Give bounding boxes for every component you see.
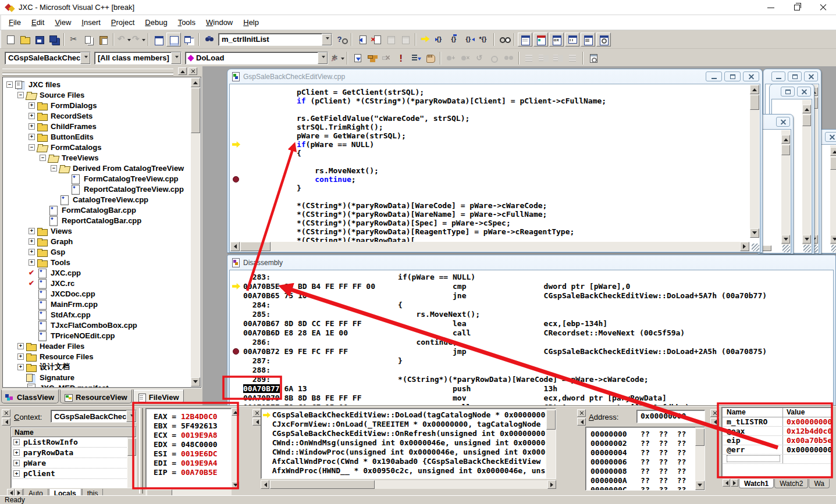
wizard-goto-button[interactable] [354, 33, 369, 47]
tree-item[interactable]: ✔JXC.rc [4, 278, 190, 288]
tree-expander[interactable]: − [6, 81, 13, 88]
menu-insert[interactable]: Insert [76, 16, 106, 29]
tab-watch1[interactable]: Watch1 [739, 479, 774, 488]
tree-item[interactable]: MainFrm.cpp [4, 299, 190, 309]
tree-item[interactable]: +FormDialogs [4, 100, 190, 110]
tree-item[interactable]: +Views [4, 226, 190, 236]
step-over-button[interactable] [447, 33, 462, 47]
functions-combo[interactable]: DoLoad [185, 52, 328, 65]
classes-combo[interactable]: CGspSaleBackChec [5, 52, 91, 65]
scrollbar-thumb[interactable] [191, 88, 200, 133]
resize-grip[interactable] [752, 244, 759, 251]
watch-name[interactable]: m_tLISTRO [722, 417, 782, 426]
register-row[interactable]: ESI = 0019E6DC [154, 449, 231, 459]
tree-item[interactable]: TJxcFlatComboBox.cpp [4, 320, 190, 330]
tree-item[interactable]: +ButtonEdits [4, 131, 190, 142]
variables-scrollbar[interactable] [127, 437, 136, 488]
tree-expander[interactable]: + [29, 123, 35, 130]
watch-row[interactable] [722, 455, 831, 464]
tab-watch2[interactable]: Watch2 [774, 479, 808, 488]
panel-scroll-up-button[interactable] [178, 67, 187, 75]
dropdown-button[interactable] [322, 34, 332, 45]
menu-view[interactable]: View [49, 16, 76, 29]
minimize-button[interactable] [771, 72, 785, 81]
close-button[interactable] [743, 72, 759, 81]
menu-file[interactable]: File [3, 16, 26, 29]
variable-expander[interactable]: + [13, 470, 20, 477]
copy-button[interactable] [81, 33, 96, 47]
tree-item[interactable]: +RecordSets [4, 110, 190, 121]
cut-button[interactable] [67, 33, 81, 47]
menu-help[interactable]: Help [238, 16, 264, 29]
menu-tools[interactable]: Tools [173, 16, 201, 29]
close-button[interactable] [776, 117, 790, 127]
register-row[interactable]: EAX = 12B4D0C0 [154, 412, 231, 421]
new-file-button[interactable] [3, 33, 17, 47]
stop-build-button[interactable] [379, 51, 394, 65]
watch-collapse-button[interactable] [710, 418, 719, 426]
address-input[interactable]: 0x00000000 [636, 410, 705, 423]
watch-value[interactable]: 0x00000000 [782, 445, 831, 454]
callstack-frame[interactable]: CGspSaleBackCheckEditView::DoLoad(tagCat… [263, 410, 546, 420]
tree-expander[interactable]: + [29, 228, 35, 234]
tree-expander[interactable]: + [29, 113, 35, 119]
tree-item[interactable]: −FormCatalogs [4, 142, 190, 152]
watch-name[interactable]: eip [722, 436, 782, 445]
variables-name-header[interactable]: Name [11, 427, 136, 437]
tree-item[interactable]: ReportCatalogTreeView.cpp [4, 184, 190, 194]
restore-button[interactable] [784, 0, 810, 15]
variables-close-button[interactable] [2, 409, 10, 417]
tree-item[interactable]: Signature [4, 372, 190, 383]
watch-close-button[interactable] [710, 409, 719, 417]
variable-expander[interactable]: + [13, 460, 20, 466]
workspace-toggle-button[interactable] [151, 33, 166, 47]
tree-item[interactable]: ✔JXC.cpp [4, 267, 190, 278]
watch-name[interactable] [722, 455, 782, 463]
registers-panel[interactable]: EAX = 12B4D0C0EBX = 5F492613ECX = 0019E9… [145, 408, 232, 489]
watch-row[interactable]: @eax0x12b4d0c0 [722, 427, 831, 436]
watch-name-header[interactable]: Name [722, 408, 782, 417]
show-next-statement-button[interactable] [418, 33, 433, 47]
callstack-frame[interactable]: CGspSaleBackCheckEditView::OnRefresh(uns… [263, 429, 546, 438]
maximize-button[interactable] [788, 72, 802, 81]
minimize-button[interactable] [706, 72, 722, 81]
disable-breakpoint-button[interactable] [487, 51, 501, 65]
watch-name[interactable]: @eax [722, 427, 782, 435]
close-button[interactable] [797, 87, 811, 96]
tree-expander[interactable]: − [17, 92, 24, 98]
step-into-button[interactable] [433, 33, 447, 47]
pause-button[interactable] [423, 51, 437, 65]
members-combo[interactable]: [All class members] [94, 52, 182, 65]
scrollbar[interactable] [830, 145, 836, 245]
menu-window[interactable]: Window [201, 16, 238, 29]
output-window-button[interactable] [565, 33, 579, 47]
close-button[interactable] [825, 132, 836, 142]
tabs-scroll-right-button[interactable] [731, 479, 738, 487]
callstack-close-button[interactable] [252, 409, 261, 417]
tree-item[interactable]: −Derived From CatalogTreeView [4, 163, 190, 173]
scrollbar[interactable] [802, 100, 811, 245]
code-editor[interactable]: pClient = GetClient(strSQL); if (pClient… [242, 88, 748, 239]
tree-item[interactable]: +Gsp [4, 246, 190, 257]
menu-edit[interactable]: Edit [26, 16, 49, 29]
disassembly-window[interactable]: Disassembly 283: if(pWare == NULL)00A70B… [227, 255, 836, 406]
undo-button[interactable] [116, 33, 131, 47]
tree-item[interactable]: ReportCatalogBar.cpp [4, 215, 190, 226]
maximize-button[interactable] [724, 72, 741, 81]
grid-pair-a-button[interactable] [536, 51, 551, 65]
find-in-files-button[interactable] [202, 33, 216, 47]
editor-hscrollbar[interactable] [230, 242, 749, 251]
background-document-window-3[interactable] [757, 114, 794, 254]
tab-wa[interactable]: Wa [809, 479, 830, 488]
scroll-down-button[interactable] [191, 377, 200, 387]
callstack-window-button[interactable] [581, 33, 595, 47]
restart-debug-button[interactable] [472, 51, 487, 65]
variables-collapse-button[interactable] [2, 418, 10, 426]
callstack-vscrollbar[interactable] [546, 409, 556, 478]
resize-grip[interactable] [803, 245, 811, 252]
tree-item[interactable]: +ChildFrames [4, 121, 190, 131]
scrollbar[interactable] [781, 130, 790, 245]
tree-item[interactable]: FormCatalogBar.cpp [4, 205, 190, 215]
build-button[interactable] [365, 51, 379, 65]
registers-vscrollbar[interactable] [232, 408, 239, 489]
